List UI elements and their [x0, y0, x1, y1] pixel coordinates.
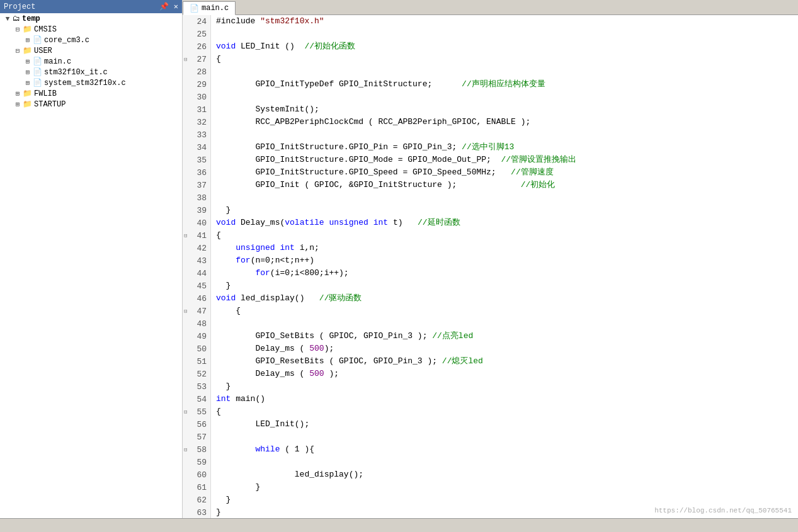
- code-line-29: GPIO_InitTypeDef GPIO_InitStructure; //声…: [216, 78, 798, 91]
- line-number-51: 51: [183, 355, 210, 368]
- tree-expander[interactable]: ⊞: [23, 68, 33, 76]
- code-line-24: #include "stm32f10x.h": [216, 15, 798, 28]
- tree-expander[interactable]: ⊞: [23, 57, 33, 65]
- code-line-56: LED_Init();: [216, 418, 798, 431]
- close-icon[interactable]: ✕: [174, 2, 178, 11]
- code-line-51: GPIO_ResetBits ( GPIOC, GPIO_Pin_3 ); //…: [216, 355, 798, 368]
- sidebar-title: Project 📌 ✕: [0, 0, 182, 13]
- fold-marker[interactable]: ⊟: [184, 232, 187, 239]
- fold-marker[interactable]: ⊟: [184, 409, 187, 416]
- line-numbers: 242526⊟2728293031323334353637383940⊟4142…: [183, 15, 211, 518]
- tree-expander[interactable]: ⊞: [13, 100, 23, 108]
- tree-item-user[interactable]: ⊟📁USER: [0, 45, 182, 56]
- line-number-37: 37: [183, 179, 210, 191]
- tree-item-label: temp: [22, 14, 40, 23]
- code-line-42: unsigned int i,n;: [216, 242, 798, 254]
- line-number-26: 26: [183, 40, 210, 53]
- tree-item-root[interactable]: ▼🗂temp: [0, 13, 182, 24]
- line-number-55: ⊟55: [183, 405, 210, 418]
- tree-item-fwlib[interactable]: ⊞📁FWLIB: [0, 88, 182, 99]
- tree-item-label: core_cm3.c: [44, 36, 89, 45]
- code-line-58: while ( 1 ){: [216, 443, 798, 456]
- tab-label: main.c: [202, 4, 229, 13]
- line-number-42: 42: [183, 242, 210, 254]
- line-number-36: 36: [183, 166, 210, 179]
- code-line-62: }: [216, 494, 798, 506]
- code-line-35: GPIO_InitStructure.GPIO_Mode = GPIO_Mode…: [216, 154, 798, 166]
- fold-marker[interactable]: ⊟: [184, 308, 187, 315]
- tree-expander[interactable]: ⊟: [13, 25, 23, 33]
- tree-expander[interactable]: ⊟: [13, 47, 23, 55]
- code-content[interactable]: 242526⊟2728293031323334353637383940⊟4142…: [183, 15, 798, 518]
- tree-item-label: CMSIS: [34, 25, 57, 34]
- tree-expander[interactable]: ▼: [3, 15, 13, 23]
- tree-item-label: main.c: [44, 57, 71, 66]
- line-number-60: 60: [183, 468, 210, 481]
- code-line-25: [216, 28, 798, 40]
- code-line-28: [216, 65, 798, 78]
- line-number-43: 43: [183, 254, 210, 267]
- line-number-29: 29: [183, 78, 210, 91]
- tree-expander[interactable]: ⊞: [13, 89, 23, 98]
- line-number-54: 54: [183, 393, 210, 405]
- code-line-38: [216, 191, 798, 204]
- line-number-57: 57: [183, 431, 210, 443]
- tab-main-c[interactable]: 📄 main.c: [183, 1, 236, 15]
- code-line-53: }: [216, 380, 798, 393]
- line-number-32: 32: [183, 116, 210, 128]
- code-line-47: {: [216, 305, 798, 317]
- line-number-46: 46: [183, 292, 210, 305]
- tree-item-label: system_stm32f10x.c: [44, 79, 126, 88]
- tree-item-label: stm32f10x_it.c: [44, 68, 108, 77]
- fold-marker[interactable]: ⊟: [184, 446, 187, 453]
- file-c-icon: 📄: [33, 35, 42, 45]
- tree-item-core_cm3[interactable]: ⊞📄core_cm3.c: [0, 35, 182, 45]
- line-number-27: ⊟27: [183, 53, 210, 65]
- code-line-27: {: [216, 53, 798, 65]
- file-c-icon: 📄: [33, 67, 42, 77]
- code-line-39: }: [216, 204, 798, 217]
- fold-marker[interactable]: ⊟: [184, 56, 187, 63]
- line-number-35: 35: [183, 154, 210, 166]
- line-number-34: 34: [183, 141, 210, 154]
- code-line-37: GPIO_Init ( GPIOC, &GPIO_InitStructure )…: [216, 179, 798, 191]
- file-c-icon: 📄: [33, 78, 42, 88]
- tree-item-stm32f10x_it[interactable]: ⊞📄stm32f10x_it.c: [0, 67, 182, 77]
- project-tree: ▼🗂temp⊟📁CMSIS⊞📄core_cm3.c⊟📁USER⊞📄main.c⊞…: [0, 13, 182, 110]
- line-number-40: 40: [183, 217, 210, 229]
- code-line-59: [216, 456, 798, 468]
- line-number-24: 24: [183, 15, 210, 28]
- code-line-32: RCC_APB2PeriphClockCmd ( RCC_APB2Periph_…: [216, 116, 798, 128]
- code-line-40: void Delay_ms(volatile unsigned int t) /…: [216, 217, 798, 229]
- line-number-58: ⊟58: [183, 443, 210, 456]
- code-line-33: [216, 128, 798, 141]
- code-line-54: int main(): [216, 393, 798, 405]
- line-number-44: 44: [183, 267, 210, 280]
- pin-icon[interactable]: 📌: [159, 2, 169, 11]
- code-line-57: [216, 431, 798, 443]
- tree-item-system_stm32f10x[interactable]: ⊞📄system_stm32f10x.c: [0, 77, 182, 88]
- line-number-33: 33: [183, 128, 210, 141]
- tree-item-label: STARTUP: [34, 100, 66, 109]
- tree-item-startup[interactable]: ⊞📁STARTUP: [0, 99, 182, 110]
- folder-icon: 📁: [23, 89, 32, 98]
- tree-item-label: USER: [34, 47, 52, 55]
- line-number-63: 63: [183, 506, 210, 518]
- tree-item-cmsis[interactable]: ⊟📁CMSIS: [0, 24, 182, 35]
- project-sidebar: Project 📌 ✕ ▼🗂temp⊟📁CMSIS⊞📄core_cm3.c⊟📁U…: [0, 0, 183, 518]
- code-line-36: GPIO_InitStructure.GPIO_Speed = GPIO_Spe…: [216, 166, 798, 179]
- line-number-41: ⊟41: [183, 229, 210, 242]
- project-icon: 🗂: [13, 14, 20, 23]
- folder-icon: 📁: [23, 46, 32, 55]
- code-line-34: GPIO_InitStructure.GPIO_Pin = GPIO_Pin_3…: [216, 141, 798, 154]
- code-area: 📄 main.c 242526⊟272829303132333435363738…: [183, 0, 798, 518]
- tree-expander[interactable]: ⊞: [23, 79, 33, 87]
- line-number-45: 45: [183, 280, 210, 292]
- code-line-44: for(i=0;i<800;i++);: [216, 267, 798, 280]
- code-line-52: Delay_ms ( 500 );: [216, 368, 798, 380]
- code-line-49: GPIO_SetBits ( GPIOC, GPIO_Pin_3 ); //点亮…: [216, 330, 798, 342]
- tree-expander[interactable]: ⊞: [23, 36, 33, 44]
- line-number-31: 31: [183, 103, 210, 116]
- tree-item-label: FWLIB: [34, 89, 57, 98]
- tree-item-main_c[interactable]: ⊞📄main.c: [0, 56, 182, 67]
